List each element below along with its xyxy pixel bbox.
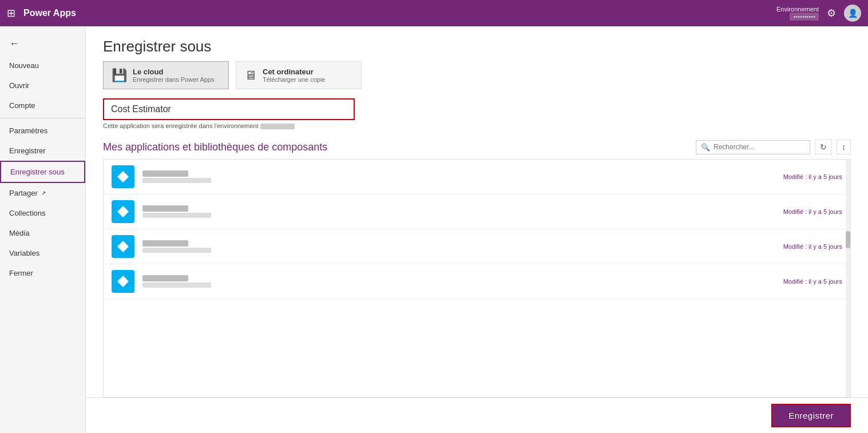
search-box: 🔍 [696,140,810,154]
app-icon [112,270,134,293]
app-name-blurred [142,240,188,247]
sidebar-label-partager: Partager [9,189,38,197]
app-modified: Modifié : il y a 5 jours [783,173,842,180]
refresh-button[interactable]: ↻ [815,140,832,154]
app-icon [112,235,134,258]
computer-save-texts: Cet ordinateur Télécharger une copie [263,67,325,83]
app-row[interactable]: Modifié : il y a 5 jours [104,264,850,299]
sidebar-divider-1 [0,118,85,118]
apps-section-title: Mes applications et bibliothèques de com… [103,141,327,153]
sidebar: ← Nouveau Ouvrir Compte Paramètres Enreg… [0,26,86,433]
app-name-blurred [142,170,188,177]
enregistrer-button[interactable]: Enregistrer [771,404,851,427]
sidebar-item-nouveau[interactable]: Nouveau [0,55,85,76]
scrollbar-track [846,160,850,397]
main-layout: ← Nouveau Ouvrir Compte Paramètres Enreg… [0,26,868,433]
cloud-save-icon: 💾 [112,68,127,83]
app-modified: Modifié : il y a 5 jours [783,243,842,250]
sidebar-item-enregistrer-sous[interactable]: Enregistrer sous [0,161,85,183]
save-option-cloud[interactable]: 💾 Le cloud Enregistrer dans Power Apps [103,61,229,89]
environment-section: Environnement •••••••••• [776,6,819,21]
app-name-blurred [142,205,188,212]
sidebar-label-nouveau: Nouveau [9,61,39,70]
back-button[interactable]: ← [0,32,85,55]
env-label: Environnement [776,6,819,13]
sidebar-label-collections: Collections [9,209,46,217]
sidebar-item-media[interactable]: Média [0,223,85,243]
env-name-blurred [260,124,295,129]
sidebar-item-compte[interactable]: Compte [0,96,85,116]
topbar: ⊞ Power Apps Environnement •••••••••• ⚙ … [0,0,868,26]
app-row[interactable]: Modifié : il y a 5 jours [104,229,850,264]
apps-section-controls: 🔍 ↻ ↕ [696,140,851,154]
search-icon: 🔍 [701,143,710,152]
sidebar-label-compte: Compte [9,101,35,110]
bottom-bar: Enregistrer [86,398,868,433]
app-modified: Modifié : il y a 5 jours [783,278,842,285]
sidebar-item-partager[interactable]: Partager ↗ [0,183,85,203]
waffle-icon[interactable]: ⊞ [7,7,15,19]
app-title: Power Apps [23,8,776,18]
scrollbar-thumb[interactable] [846,231,850,248]
search-input[interactable] [714,143,805,151]
app-icon [112,200,134,223]
content-area: Enregistrer sous 💾 Le cloud Enregistrer … [86,26,868,433]
computer-save-title: Cet ordinateur [263,67,325,76]
sidebar-label-variables: Variables [9,249,39,257]
power-apps-diamond-icon [116,240,130,253]
sidebar-label-media: Média [9,229,29,237]
sidebar-label-parametres: Paramètres [9,126,47,135]
sidebar-item-collections[interactable]: Collections [0,203,85,223]
page-title: Enregistrer sous [103,38,851,55]
cloud-save-subtitle: Enregistrer dans Power Apps [133,76,214,83]
power-apps-diamond-icon [116,170,130,184]
page-header: Enregistrer sous [86,26,868,61]
right-panel: Cette application sera enregistrée dans … [86,98,868,398]
cloud-save-texts: Le cloud Enregistrer dans Power Apps [133,67,214,83]
sidebar-item-fermer[interactable]: Fermer [0,263,85,283]
svg-marker-3 [117,276,129,287]
app-row[interactable]: Modifié : il y a 5 jours [104,160,850,194]
power-apps-diamond-icon [116,275,130,288]
power-apps-diamond-icon [116,205,130,219]
sort-button[interactable]: ↕ [837,140,851,154]
sidebar-item-parametres[interactable]: Paramètres [0,121,85,141]
svg-marker-0 [117,171,129,182]
app-name-hint: Cette application sera enregistrée dans … [103,122,851,129]
save-options: 💾 Le cloud Enregistrer dans Power Apps 🖥… [86,61,868,98]
sidebar-item-enregistrer[interactable]: Enregistrer [0,141,85,161]
external-link-icon: ↗ [41,190,46,196]
topbar-right: Environnement •••••••••• ⚙ 👤 [776,5,861,22]
svg-marker-2 [117,241,129,252]
app-row[interactable]: Modifié : il y a 5 jours [104,194,850,229]
app-info [142,205,775,218]
app-name-input[interactable] [103,98,355,120]
avatar[interactable]: 👤 [844,5,861,22]
app-detail-blurred [142,178,211,183]
app-modified: Modifié : il y a 5 jours [783,208,842,215]
apps-section-header: Mes applications et bibliothèques de com… [103,140,851,154]
svg-marker-1 [117,206,129,217]
save-option-computer[interactable]: 🖥 Cet ordinateur Télécharger une copie [236,61,362,89]
sidebar-item-ouvrir[interactable]: Ouvrir [0,76,85,96]
app-info [142,240,775,253]
app-detail-blurred [142,213,211,218]
env-value: •••••••••• [790,13,819,21]
computer-save-subtitle: Télécharger une copie [263,76,325,83]
app-info [142,275,775,288]
sidebar-item-variables[interactable]: Variables [0,243,85,263]
app-name-blurred [142,275,188,281]
sidebar-label-enregistrer-sous: Enregistrer sous [10,168,65,176]
sidebar-label-ouvrir: Ouvrir [9,81,29,90]
app-name-section: Cette application sera enregistrée dans … [103,98,851,129]
app-info [142,170,775,183]
sidebar-label-fermer: Fermer [9,269,33,277]
settings-icon[interactable]: ⚙ [827,7,836,19]
computer-save-icon: 🖥 [244,68,257,83]
app-icon [112,165,134,188]
sidebar-label-enregistrer: Enregistrer [9,146,46,155]
apps-list: Modifié : il y a 5 jours Modifié : il y … [103,159,851,398]
app-detail-blurred [142,283,211,288]
cloud-save-title: Le cloud [133,67,214,76]
app-detail-blurred [142,248,211,253]
